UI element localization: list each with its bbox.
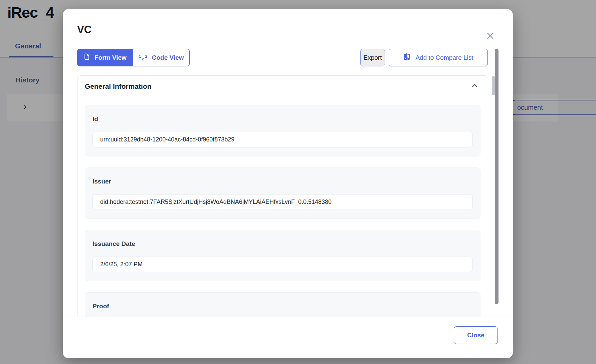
- field-value-input[interactable]: did:hedera:testnet:7FAR5SjztXurtUdjHsj8W…: [92, 194, 473, 210]
- outer-scrollbar-thumb[interactable]: [495, 49, 499, 304]
- add-to-compare-label: Add to Compare List: [415, 54, 473, 61]
- dialog-title: VC: [77, 24, 91, 36]
- chevron-up-icon[interactable]: [471, 82, 478, 91]
- field-label: Proof: [92, 301, 473, 311]
- form-view-button[interactable]: Form View: [77, 49, 133, 66]
- general-information-panel: General Information Id urn:uuid:3129db48…: [77, 75, 488, 317]
- view-toggle: Form View ¹₂³ Code View: [77, 49, 190, 66]
- field-issuer: Issuer did:hedera:testnet:7FAR5SjztXurtU…: [85, 167, 480, 219]
- field-issuance-date: Issuance Date 2/6/25, 2:07 PM: [85, 230, 480, 281]
- field-id: Id urn:uuid:3129db48-1200-40ac-84cd-0f96…: [85, 105, 480, 156]
- numbered-list-icon: ¹₂³: [139, 54, 147, 62]
- code-view-label: Code View: [152, 54, 184, 61]
- section-title: General Information: [85, 82, 152, 90]
- add-to-compare-button[interactable]: Add to Compare List: [389, 49, 488, 66]
- field-label: Issuer: [92, 176, 473, 186]
- export-button[interactable]: Export: [360, 49, 385, 66]
- dialog-toolbar: Form View ¹₂³ Code View Export Add to Co…: [77, 49, 499, 66]
- general-information-header[interactable]: General Information: [77, 76, 488, 97]
- dialog-scroll-area: General Information Id urn:uuid:3129db48…: [70, 72, 500, 317]
- code-view-button[interactable]: ¹₂³ Code View: [133, 49, 190, 66]
- compare-icon: [403, 53, 411, 62]
- field-proof: Proof: [85, 292, 480, 317]
- toolbar-actions: Export Add to Compare List: [360, 49, 488, 66]
- close-button[interactable]: Close: [454, 326, 498, 344]
- vc-dialog: VC Form View ¹₂³ Code View Export Add: [63, 9, 513, 358]
- field-label: Id: [92, 114, 473, 124]
- field-value-input[interactable]: urn:uuid:3129db48-1200-40ac-84cd-0f960f8…: [92, 132, 473, 147]
- field-value-input[interactable]: 2/6/25, 2:07 PM: [92, 257, 473, 272]
- field-label: Issuance Date: [92, 239, 473, 249]
- document-icon: [83, 53, 90, 62]
- section-fields: Id urn:uuid:3129db48-1200-40ac-84cd-0f96…: [77, 97, 488, 317]
- form-view-label: Form View: [94, 54, 127, 61]
- footer-divider: [63, 317, 513, 317]
- close-icon[interactable]: [483, 28, 498, 43]
